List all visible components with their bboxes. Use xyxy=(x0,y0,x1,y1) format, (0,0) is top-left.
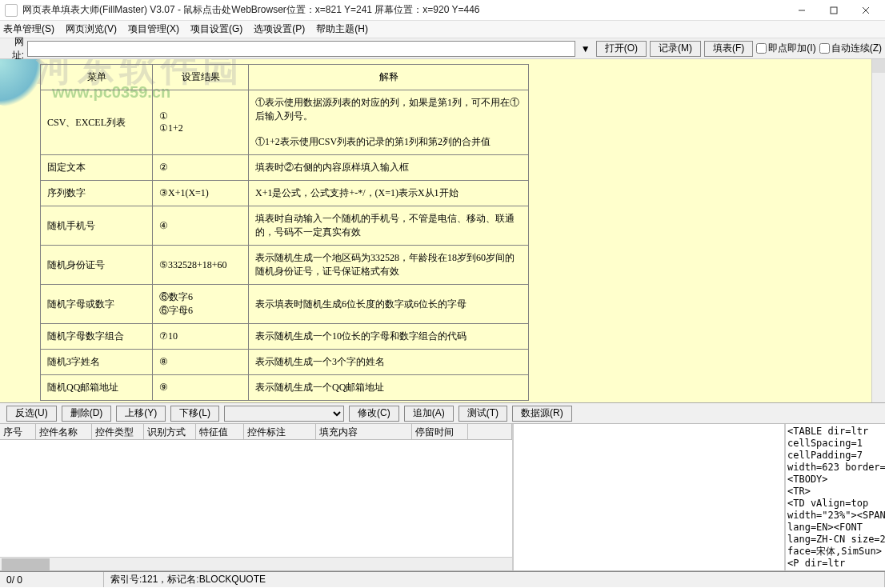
svg-rect-1 xyxy=(831,7,837,14)
th-menu: 菜单 xyxy=(41,65,153,90)
status-count: 0/ 0 xyxy=(0,572,104,587)
menubar: 表单管理(S) 网页浏览(V) 项目管理(X) 项目设置(G) 选项设置(P) … xyxy=(0,21,885,38)
th-result: 设置结果 xyxy=(153,65,249,90)
th-explain: 解释 xyxy=(249,65,529,90)
window-title: 网页表单填表大师(FillMaster) V3.07 - 鼠标点击处WebBro… xyxy=(22,3,786,17)
add-button[interactable]: 追加(A) xyxy=(404,406,454,422)
open-button[interactable]: 打开(O) xyxy=(596,41,647,57)
table-row: 序列数字 ③X+1(X=1) X+1是公式，公式支持+-*/，(X=1)表示X从… xyxy=(41,181,529,206)
app-icon xyxy=(5,4,18,17)
col-control-name[interactable]: 控件名称 xyxy=(36,424,92,439)
moveup-button[interactable]: 上移(Y) xyxy=(116,406,166,422)
menu-browse[interactable]: 网页浏览(V) xyxy=(66,22,117,36)
html-source-pane[interactable]: <TABLE dir=ltr cellSpacing=1 cellPadding… xyxy=(784,424,885,570)
menu-help[interactable]: 帮助主题(H) xyxy=(316,22,368,36)
table-row: 固定文本 ② 填表时②右侧的内容原样填入输入框 xyxy=(41,155,529,181)
invert-button[interactable]: 反选(U) xyxy=(6,406,57,422)
horizontal-scrollbar[interactable] xyxy=(0,557,512,570)
col-feature[interactable]: 特征值 xyxy=(196,424,244,439)
table-row: 随机字母数字组合 ⑦10 表示随机生成一个10位长的字母和数字组合的代码 xyxy=(41,324,529,350)
grid-body[interactable] xyxy=(0,440,512,557)
col-fill-content[interactable]: 填充内容 xyxy=(316,424,412,439)
table-row: 随机QQ邮箱地址 ⑨ 表示随机生成一个QQ邮箱地址 xyxy=(41,375,529,401)
movedown-button[interactable]: 下移(L) xyxy=(170,406,219,422)
table-row: 随机3字姓名 ⑧ 表示随机生成一个3个字的姓名 xyxy=(41,350,529,375)
instant-add-checkbox[interactable]: 即点即加(I) xyxy=(756,42,815,55)
test-button[interactable]: 测试(T) xyxy=(459,406,507,422)
minimize-button[interactable] xyxy=(786,0,818,21)
url-dropdown-icon[interactable]: ▼ xyxy=(579,43,593,54)
vertical-scrollbar[interactable] xyxy=(871,59,885,402)
maximize-button[interactable] xyxy=(818,0,850,21)
table-row: 随机手机号 ④ 填表时自动输入一个随机的手机号，不管是电信、移动、联通的，号码不… xyxy=(41,206,529,246)
col-label[interactable]: 控件标注 xyxy=(244,424,316,439)
close-button[interactable] xyxy=(850,0,882,21)
table-row: 随机身份证号 ⑤332528+18+60 表示随机生成一个地区码为332528，… xyxy=(41,246,529,285)
table-row: 随机字母或数字 ⑥数字6 ⑥字母6 表示填表时随机生成6位长度的数字或6位长的字… xyxy=(41,285,529,324)
col-index[interactable]: 序号 xyxy=(0,424,36,439)
menu-options[interactable]: 选项设置(P) xyxy=(254,22,305,36)
fill-button[interactable]: 填表(F) xyxy=(704,41,753,57)
menu-project-manage[interactable]: 项目管理(X) xyxy=(128,22,179,36)
scroll-up-icon[interactable] xyxy=(872,59,885,73)
doc-table: 菜单 设置结果 解释 CSV、EXCEL列表 ① ①1+2 ①表示使用数据源列表… xyxy=(40,64,529,401)
url-label: 网址: xyxy=(3,35,24,62)
action-select[interactable] xyxy=(224,406,344,422)
datasource-button[interactable]: 数据源(R) xyxy=(512,406,572,422)
col-match-mode[interactable]: 识别方式 xyxy=(144,424,196,439)
document-view: 河东软件园 www.pc0359.cn 菜单 设置结果 解释 CSV、EXCEL… xyxy=(0,59,885,403)
menu-form-manage[interactable]: 表单管理(S) xyxy=(3,22,54,36)
col-delay[interactable]: 停留时间 xyxy=(412,424,468,439)
grid-header: 序号 控件名称 控件类型 识别方式 特征值 控件标注 填充内容 停留时间 xyxy=(0,424,512,440)
auto-continuous-checkbox[interactable]: 自动连续(Z) xyxy=(819,42,882,55)
url-input[interactable] xyxy=(27,41,575,57)
col-control-type[interactable]: 控件类型 xyxy=(92,424,144,439)
preview-pane xyxy=(514,424,784,570)
modify-button[interactable]: 修改(C) xyxy=(349,406,399,422)
table-row: CSV、EXCEL列表 ① ①1+2 ①表示使用数据源列表的对应的列，如果是第1… xyxy=(41,90,529,155)
record-button[interactable]: 记录(M) xyxy=(650,41,701,57)
delete-button[interactable]: 删除(D) xyxy=(62,406,112,422)
status-index: 索引号:121，标记名:BLOCKQUOTE xyxy=(104,572,885,587)
menu-project-settings[interactable]: 项目设置(G) xyxy=(190,22,242,36)
